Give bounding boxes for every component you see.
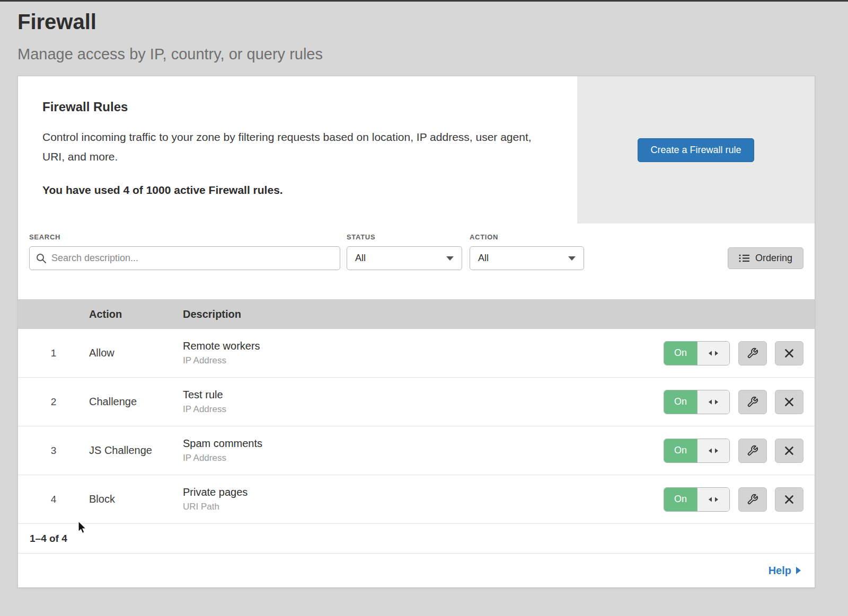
pagination-bar: 1–4 of 4 <box>18 524 815 553</box>
left-right-arrows-icon <box>709 496 718 503</box>
status-select[interactable]: All <box>347 246 462 270</box>
delete-rule-button[interactable] <box>775 487 803 512</box>
ordering-button[interactable]: Ordering <box>728 247 803 269</box>
page-subtitle: Manage access by IP, country, or query r… <box>17 45 848 63</box>
toggle-handle[interactable] <box>697 439 729 462</box>
row-subtitle: IP Address <box>183 453 664 463</box>
action-select[interactable]: All <box>470 246 584 270</box>
status-select-value: All <box>355 253 366 264</box>
status-label: STATUS <box>347 233 462 241</box>
close-icon <box>784 349 794 358</box>
edit-rule-button[interactable] <box>738 487 767 512</box>
row-title: Spam comments <box>183 438 664 450</box>
row-action: Allow <box>89 347 183 359</box>
column-action: Action <box>89 308 183 320</box>
toggle-handle[interactable] <box>697 488 729 511</box>
row-title: Remote workers <box>183 340 664 352</box>
row-subtitle: IP Address <box>183 355 664 366</box>
action-label: ACTION <box>470 233 584 241</box>
card-intro-section: Firewall Rules Control incoming traffic … <box>18 76 815 224</box>
help-bar: Help <box>18 553 815 587</box>
help-link-label: Help <box>768 565 791 577</box>
left-right-arrows-icon <box>709 350 718 356</box>
toggle-on-label: On <box>664 439 697 462</box>
table-row: 4 Block Private pages URI Path On <box>18 475 815 524</box>
table-header: Action Description <box>18 299 815 329</box>
list-icon <box>739 254 749 263</box>
row-title: Private pages <box>183 486 664 498</box>
status-toggle[interactable]: On <box>664 439 730 463</box>
search-label: SEARCH <box>29 233 340 241</box>
page-title: Firewall <box>17 9 848 34</box>
row-action: Challenge <box>89 396 183 408</box>
page-header: Firewall Manage access by IP, country, o… <box>0 2 848 63</box>
filters-bar: SEARCH STATUS All ACTION All <box>18 224 815 299</box>
edit-rule-button[interactable] <box>738 390 767 414</box>
close-icon <box>784 446 794 456</box>
wrench-icon <box>747 494 758 505</box>
help-link[interactable]: Help <box>768 565 801 577</box>
column-description: Description <box>183 308 815 320</box>
delete-rule-button[interactable] <box>775 390 803 414</box>
toggle-handle[interactable] <box>697 342 729 365</box>
row-subtitle: URI Path <box>183 502 664 512</box>
toggle-on-label: On <box>664 488 697 511</box>
chevron-down-icon <box>446 256 454 261</box>
wrench-icon <box>747 396 758 408</box>
status-toggle[interactable]: On <box>664 487 730 512</box>
card-description: Control incoming traffic to your zone by… <box>42 127 546 166</box>
wrench-icon <box>747 445 758 457</box>
toggle-on-label: On <box>664 342 697 365</box>
edit-rule-button[interactable] <box>738 439 767 463</box>
create-firewall-rule-button[interactable]: Create a Firewall rule <box>638 138 754 162</box>
row-subtitle: IP Address <box>183 404 664 415</box>
toggle-handle[interactable] <box>697 390 729 414</box>
usage-note: You have used 4 of 1000 active Firewall … <box>42 183 553 197</box>
table-row: 1 Allow Remote workers IP Address On <box>18 329 815 378</box>
search-icon <box>36 253 47 264</box>
row-number: 4 <box>18 494 89 505</box>
firewall-rules-card: Firewall Rules Control incoming traffic … <box>17 76 815 588</box>
delete-rule-button[interactable] <box>775 439 803 463</box>
wrench-icon <box>747 347 758 359</box>
status-toggle[interactable]: On <box>664 341 730 365</box>
pagination-label: 1–4 of 4 <box>30 533 67 544</box>
search-field[interactable] <box>29 246 340 270</box>
row-number: 2 <box>18 396 89 408</box>
edit-rule-button[interactable] <box>738 341 767 365</box>
card-aside: Create a Firewall rule <box>577 76 815 224</box>
toggle-on-label: On <box>664 390 697 414</box>
search-input[interactable] <box>51 253 333 264</box>
table-row: 2 Challenge Test rule IP Address On <box>18 378 815 426</box>
left-right-arrows-icon <box>709 448 718 454</box>
triangle-right-icon <box>796 567 801 574</box>
card-heading: Firewall Rules <box>42 100 553 114</box>
status-toggle[interactable]: On <box>664 390 730 414</box>
ordering-button-label: Ordering <box>755 253 792 264</box>
row-action: Block <box>89 493 183 505</box>
left-right-arrows-icon <box>709 399 718 405</box>
table-row: 3 JS Challenge Spam comments IP Address … <box>18 426 815 475</box>
action-select-value: All <box>478 253 489 264</box>
delete-rule-button[interactable] <box>775 341 803 365</box>
row-number: 1 <box>18 347 89 359</box>
chevron-down-icon <box>568 256 576 261</box>
close-icon <box>784 495 794 504</box>
row-title: Test rule <box>183 389 664 401</box>
row-number: 3 <box>18 445 89 457</box>
close-icon <box>784 397 794 407</box>
row-action: JS Challenge <box>89 444 183 457</box>
